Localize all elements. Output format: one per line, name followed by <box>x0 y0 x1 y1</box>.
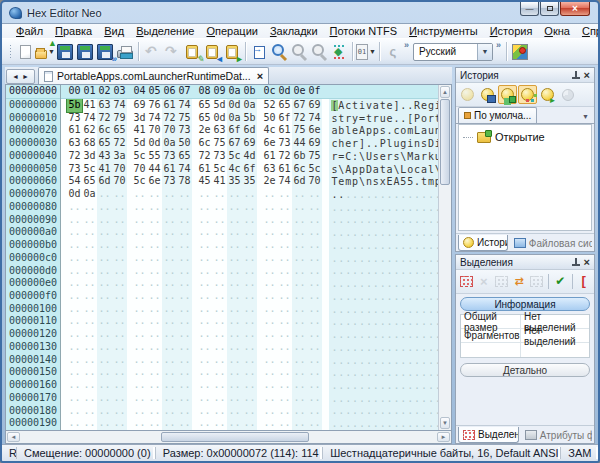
ascii-char[interactable]: . <box>400 405 407 416</box>
byte-cell[interactable]: .. <box>277 366 292 379</box>
ascii-char[interactable]: . <box>414 342 421 353</box>
byte-cell[interactable]: .. <box>67 265 82 278</box>
ascii-char[interactable]: L <box>400 164 407 175</box>
byte-cell[interactable]: 63 <box>262 163 277 176</box>
ascii-char[interactable]: . <box>386 380 393 391</box>
ascii-char[interactable]: t <box>421 176 428 187</box>
ascii-char[interactable]: . <box>345 202 352 213</box>
ascii-char[interactable]: . <box>386 278 393 289</box>
dropdown-caret-icon[interactable]: ▼ <box>48 48 55 55</box>
ascii-char[interactable]: . <box>421 355 428 366</box>
byte-cell[interactable]: .. <box>147 354 162 367</box>
ascii-char[interactable]: . <box>393 214 400 225</box>
byte-cell[interactable]: .. <box>177 226 192 239</box>
byte-cell[interactable]: .. <box>82 354 97 367</box>
ascii-char[interactable]: \ <box>359 176 366 187</box>
ascii-char[interactable]: e <box>379 151 386 162</box>
byte-cell[interactable]: .. <box>277 379 292 392</box>
byte-cell[interactable]: .. <box>292 417 307 430</box>
tab-scroll-buttons[interactable]: ◄ ► <box>6 69 35 84</box>
byte-cell[interactable]: .. <box>82 392 97 405</box>
byte-cell[interactable]: 6c <box>197 137 212 150</box>
byte-cell[interactable]: 69 <box>132 99 147 112</box>
byte-cell[interactable]: 6c <box>292 163 307 176</box>
history-close-icon[interactable]: × <box>584 71 590 80</box>
byte-cell[interactable]: .. <box>82 201 97 214</box>
ascii-cell[interactable]: s\AppData\Local\ <box>329 163 438 176</box>
byte-cell[interactable]: .. <box>177 239 192 252</box>
ascii-char[interactable]: . <box>352 253 359 264</box>
ascii-char[interactable]: . <box>414 202 421 213</box>
ascii-char[interactable]: . <box>352 304 359 315</box>
ascii-char[interactable]: . <box>345 316 352 327</box>
ascii-char[interactable]: . <box>386 329 393 340</box>
ascii-char[interactable]: . <box>386 125 393 136</box>
byte-cell[interactable]: .. <box>177 392 192 405</box>
ascii-char[interactable]: = <box>338 151 345 162</box>
save-all-button[interactable]: * <box>75 42 95 62</box>
byte-cell[interactable]: .. <box>292 290 307 303</box>
ascii-char[interactable]: . <box>352 240 359 251</box>
byte-cell[interactable]: 63 <box>67 137 82 150</box>
byte-cell[interactable]: .. <box>307 341 322 354</box>
byte-cell[interactable]: .. <box>132 226 147 239</box>
byte-cell[interactable]: .. <box>227 417 242 430</box>
byte-cell[interactable]: .. <box>177 417 192 430</box>
byte-cell[interactable]: 72 <box>112 137 127 150</box>
ascii-char[interactable]: . <box>393 418 400 429</box>
byte-cell[interactable]: 75 <box>292 124 307 137</box>
ascii-char[interactable]: . <box>365 189 372 200</box>
byte-cell[interactable]: 5c <box>82 163 97 176</box>
byte-cell[interactable]: 50 <box>177 137 192 150</box>
byte-cell[interactable]: .. <box>277 201 292 214</box>
byte-cell[interactable]: 41 <box>97 163 112 176</box>
ascii-cell[interactable]: stry=true..[Port <box>329 112 438 125</box>
find-button[interactable] <box>269 42 289 62</box>
ascii-char[interactable]: . <box>421 265 428 276</box>
language-overflow-chevron[interactable]: » <box>496 40 501 50</box>
byte-cell[interactable]: 0d <box>67 188 82 201</box>
byte-cell[interactable]: .. <box>212 341 227 354</box>
byte-cell[interactable]: .. <box>277 328 292 341</box>
byte-cell[interactable]: .. <box>162 214 177 227</box>
byte-cell[interactable]: 62 <box>82 124 97 137</box>
ascii-char[interactable]: r <box>352 138 359 149</box>
ascii-char[interactable]: . <box>393 342 400 353</box>
byte-cell[interactable]: .. <box>132 341 147 354</box>
byte-cell[interactable]: 5d <box>212 99 227 112</box>
ascii-char[interactable]: . <box>331 342 338 353</box>
byte-cell[interactable]: .. <box>212 303 227 316</box>
byte-cell[interactable]: .. <box>307 239 322 252</box>
byte-cell[interactable]: .. <box>227 392 242 405</box>
ascii-char[interactable]: . <box>407 393 414 404</box>
data-inspector-button[interactable]: ▼ <box>356 42 376 62</box>
byte-cell[interactable]: 6f <box>227 124 242 137</box>
byte-cell[interactable]: 5c <box>212 163 227 176</box>
byte-cell[interactable]: .. <box>97 290 112 303</box>
byte-cell[interactable]: .. <box>112 354 127 367</box>
ascii-char[interactable]: l <box>386 138 393 149</box>
byte-cell[interactable]: 0a <box>82 188 97 201</box>
ascii-char[interactable]: l <box>427 164 434 175</box>
byte-cell[interactable]: .. <box>147 239 162 252</box>
ascii-char[interactable]: . <box>359 418 366 429</box>
byte-cell[interactable]: .. <box>242 354 257 367</box>
ascii-char[interactable]: . <box>421 342 428 353</box>
byte-cell[interactable]: .. <box>277 265 292 278</box>
byte-cell[interactable]: .. <box>277 417 292 430</box>
ascii-char[interactable]: . <box>414 240 421 251</box>
ascii-char[interactable]: . <box>414 253 421 264</box>
byte-cell[interactable]: .. <box>112 201 127 214</box>
ascii-char[interactable]: . <box>400 316 407 327</box>
byte-cell[interactable]: 52 <box>262 99 277 112</box>
byte-cell[interactable]: .. <box>132 405 147 418</box>
byte-cell[interactable]: .. <box>67 354 82 367</box>
ascii-char[interactable]: . <box>331 304 338 315</box>
ascii-char[interactable]: . <box>407 214 414 225</box>
byte-cell[interactable]: .. <box>262 214 277 227</box>
tab-file-attributes[interactable]: Атрибуты фа... <box>521 427 592 443</box>
byte-cell[interactable]: .. <box>162 315 177 328</box>
byte-cell[interactable]: 43 <box>97 150 112 163</box>
byte-cell[interactable]: .. <box>67 379 82 392</box>
byte-cell[interactable]: 4c <box>262 124 277 137</box>
